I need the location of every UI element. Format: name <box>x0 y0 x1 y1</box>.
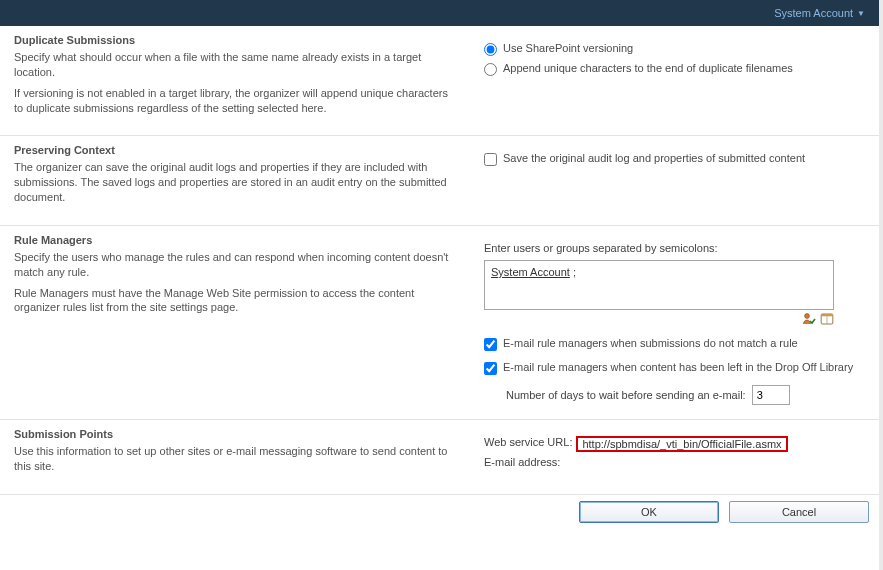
section-duplicate-submissions: Duplicate Submissions Specify what shoul… <box>0 26 883 136</box>
webservice-url-value: http://spbmdisa/_vti_bin/OfficialFile.as… <box>576 436 787 452</box>
days-input[interactable] <box>752 385 790 405</box>
section-desc: Specify the users who manage the rules a… <box>14 250 456 280</box>
checkbox-email-dropoff-input[interactable] <box>484 362 497 375</box>
people-entry: System Account <box>491 266 570 278</box>
section-submission-points: Submission Points Use this information t… <box>0 420 883 494</box>
checkbox-label: Save the original audit log and properti… <box>503 152 805 164</box>
cancel-button[interactable]: Cancel <box>729 501 869 523</box>
svg-rect-2 <box>821 314 833 316</box>
radio-label: Append unique characters to the end of d… <box>503 62 793 74</box>
days-to-wait-row: Number of days to wait before sending an… <box>484 385 869 405</box>
checkbox-email-dropoff[interactable]: E-mail rule managers when content has be… <box>484 361 869 375</box>
check-names-icon[interactable] <box>802 312 816 329</box>
chevron-down-icon: ▼ <box>857 9 865 18</box>
section-desc-2: Rule Managers must have the Manage Web S… <box>14 286 456 316</box>
browse-icon[interactable] <box>820 312 834 329</box>
section-title: Duplicate Submissions <box>14 34 456 46</box>
people-picker-input[interactable]: System Account ; <box>484 260 834 310</box>
checkbox-save-audit[interactable]: Save the original audit log and properti… <box>484 152 869 166</box>
radio-append-chars[interactable]: Append unique characters to the end of d… <box>484 62 869 76</box>
radio-use-versioning[interactable]: Use SharePoint versioning <box>484 42 869 56</box>
people-picker-label: Enter users or groups separated by semic… <box>484 242 869 254</box>
radio-append-chars-input[interactable] <box>484 63 497 76</box>
section-title: Submission Points <box>14 428 456 440</box>
webservice-url-label: Web service URL: <box>484 436 572 452</box>
radio-use-versioning-input[interactable] <box>484 43 497 56</box>
svg-point-0 <box>805 314 810 319</box>
scrollbar[interactable] <box>879 0 883 529</box>
checkbox-label: E-mail rule managers when content has be… <box>503 361 853 373</box>
section-title: Rule Managers <box>14 234 456 246</box>
ok-button[interactable]: OK <box>579 501 719 523</box>
section-desc: Use this information to set up other sit… <box>14 444 456 474</box>
section-desc: The organizer can save the original audi… <box>14 160 456 205</box>
section-desc: Specify what should occur when a file wi… <box>14 50 456 80</box>
account-menu[interactable]: System Account ▼ <box>774 7 865 19</box>
top-bar: System Account ▼ <box>0 0 883 26</box>
email-address-label: E-mail address: <box>484 456 560 468</box>
section-title: Preserving Context <box>14 144 456 156</box>
checkbox-email-nomatch-input[interactable] <box>484 338 497 351</box>
section-preserving-context: Preserving Context The organizer can sav… <box>0 136 883 226</box>
settings-form: Duplicate Submissions Specify what shoul… <box>0 26 883 529</box>
section-desc-2: If versioning is not enabled in a target… <box>14 86 456 116</box>
account-label: System Account <box>774 7 853 19</box>
checkbox-email-nomatch[interactable]: E-mail rule managers when submissions do… <box>484 337 869 351</box>
radio-label: Use SharePoint versioning <box>503 42 633 54</box>
days-label: Number of days to wait before sending an… <box>506 389 746 401</box>
checkbox-label: E-mail rule managers when submissions do… <box>503 337 798 349</box>
button-bar: OK Cancel <box>0 494 883 529</box>
people-sep: ; <box>570 266 576 278</box>
checkbox-save-audit-input[interactable] <box>484 153 497 166</box>
section-rule-managers: Rule Managers Specify the users who mana… <box>0 226 883 420</box>
